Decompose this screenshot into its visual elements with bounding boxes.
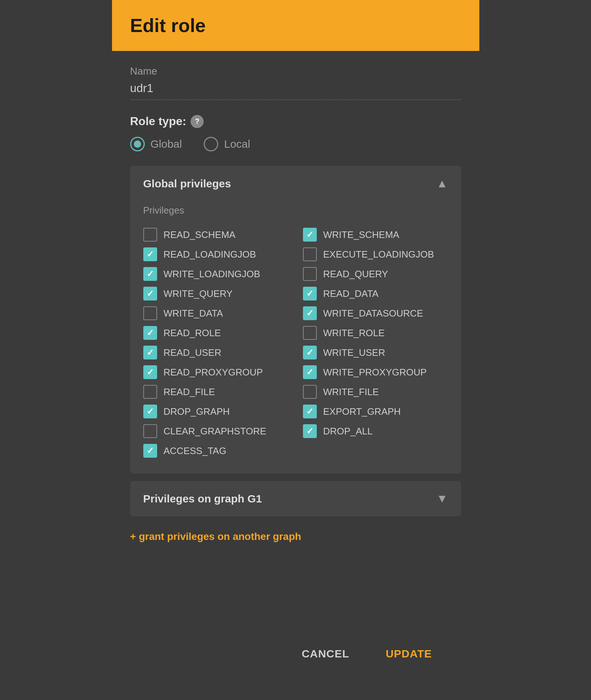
cb-write-role[interactable] bbox=[303, 326, 317, 340]
help-icon[interactable]: ? bbox=[191, 115, 204, 128]
cb-read-user[interactable] bbox=[143, 346, 157, 359]
cb-write-schema[interactable] bbox=[303, 228, 317, 242]
priv-read-proxygroup: READ_PROXYGROUP bbox=[143, 362, 288, 382]
radio-local[interactable]: Local bbox=[204, 137, 250, 151]
priv-read-file: READ_FILE bbox=[143, 382, 288, 402]
priv-write-file: WRITE_FILE bbox=[303, 382, 448, 402]
cb-write-proxygroup[interactable] bbox=[303, 365, 317, 379]
priv-export-graph: EXPORT_GRAPH bbox=[303, 402, 448, 421]
priv-label-write-query: WRITE_QUERY bbox=[164, 288, 233, 299]
update-button[interactable]: UPDATE bbox=[375, 640, 443, 667]
graph-privileges-title: Privileges on graph G1 bbox=[143, 493, 262, 505]
cb-read-file[interactable] bbox=[143, 385, 157, 399]
cb-read-schema[interactable] bbox=[143, 228, 157, 242]
priv-read-schema: READ_SCHEMA bbox=[143, 225, 288, 244]
priv-write-data: WRITE_DATA bbox=[143, 303, 288, 323]
cb-export-graph[interactable] bbox=[303, 405, 317, 418]
priv-label-write-role: WRITE_ROLE bbox=[323, 327, 385, 339]
cb-write-data[interactable] bbox=[143, 306, 157, 320]
priv-clear-graphstore: CLEAR_GRAPHSTORE bbox=[143, 421, 288, 441]
radio-global[interactable]: Global bbox=[130, 137, 182, 151]
cb-clear-graphstore[interactable] bbox=[143, 424, 157, 438]
priv-write-query: WRITE_QUERY bbox=[143, 284, 288, 303]
priv-write-loadingjob: WRITE_LOADINGJOB bbox=[143, 264, 288, 284]
priv-write-user: WRITE_USER bbox=[303, 343, 448, 362]
priv-label-write-user: WRITE_USER bbox=[323, 347, 385, 358]
graph-privileges-header[interactable]: Privileges on graph G1 ▼ bbox=[130, 481, 461, 516]
cb-read-role[interactable] bbox=[143, 326, 157, 340]
priv-label-clear-graphstore: CLEAR_GRAPHSTORE bbox=[164, 426, 267, 437]
priv-label-read-proxygroup: READ_PROXYGROUP bbox=[164, 367, 263, 378]
radio-local-label: Local bbox=[224, 138, 250, 150]
cancel-button[interactable]: CANCEL bbox=[291, 640, 360, 667]
priv-write-role: WRITE_ROLE bbox=[303, 323, 448, 343]
radio-local-circle bbox=[204, 137, 218, 151]
priv-label-drop-graph: DROP_GRAPH bbox=[164, 406, 230, 417]
graph-privileges-panel: Privileges on graph G1 ▼ bbox=[130, 481, 461, 516]
cb-write-loadingjob[interactable] bbox=[143, 267, 157, 281]
role-type-label: Role type: ? bbox=[130, 115, 461, 128]
priv-read-role: READ_ROLE bbox=[143, 323, 288, 343]
cb-read-proxygroup[interactable] bbox=[143, 365, 157, 379]
priv-execute-loadingjob: EXECUTE_LOADINGJOB bbox=[303, 244, 448, 264]
cb-execute-loadingjob[interactable] bbox=[303, 247, 317, 261]
privileges-grid: READ_SCHEMA READ_LOADINGJOB WRITE_LOADIN… bbox=[143, 225, 448, 461]
radio-group: Global Local bbox=[130, 137, 461, 151]
cb-drop-all[interactable] bbox=[303, 424, 317, 438]
priv-label-read-file: READ_FILE bbox=[164, 386, 215, 398]
cb-write-datasource[interactable] bbox=[303, 306, 317, 320]
cb-access-tag[interactable] bbox=[143, 444, 157, 458]
priv-write-schema: WRITE_SCHEMA bbox=[303, 225, 448, 244]
name-value: udr1 bbox=[130, 81, 461, 100]
radio-global-circle bbox=[130, 137, 145, 151]
priv-label-read-loadingjob: READ_LOADINGJOB bbox=[164, 249, 256, 260]
dialog-header: Edit role bbox=[112, 0, 479, 51]
role-type-section: Role type: ? Global Local bbox=[130, 115, 461, 151]
priv-label-export-graph: EXPORT_GRAPH bbox=[323, 406, 401, 417]
priv-label-read-schema: READ_SCHEMA bbox=[164, 229, 236, 240]
cb-write-user[interactable] bbox=[303, 346, 317, 359]
priv-label-read-user: READ_USER bbox=[164, 347, 221, 358]
privileges-right-col: WRITE_SCHEMA EXECUTE_LOADINGJOB READ_QUE… bbox=[303, 225, 448, 461]
priv-label-access-tag: ACCESS_TAG bbox=[164, 445, 227, 457]
priv-label-drop-all: DROP_ALL bbox=[323, 426, 373, 437]
privileges-subtitle: Privileges bbox=[143, 205, 448, 216]
priv-write-datasource: WRITE_DATASOURCE bbox=[303, 303, 448, 323]
priv-label-write-data: WRITE_DATA bbox=[164, 308, 223, 319]
dialog-body: Name udr1 Role type: ? Global Local bbox=[112, 51, 479, 700]
priv-read-data: READ_DATA bbox=[303, 284, 448, 303]
priv-read-query: READ_QUERY bbox=[303, 264, 448, 284]
grant-privileges-link[interactable]: + grant privileges on another graph bbox=[130, 531, 461, 542]
priv-label-read-data: READ_DATA bbox=[323, 288, 379, 299]
priv-label-write-datasource: WRITE_DATASOURCE bbox=[323, 308, 423, 319]
global-privileges-title: Global privileges bbox=[143, 178, 231, 190]
edit-role-dialog: Edit role Name udr1 Role type: ? Global … bbox=[112, 0, 479, 700]
name-label: Name bbox=[130, 65, 461, 77]
cb-read-loadingjob[interactable] bbox=[143, 247, 157, 261]
priv-label-execute-loadingjob: EXECUTE_LOADINGJOB bbox=[323, 249, 434, 260]
global-chevron-icon: ▲ bbox=[436, 177, 448, 190]
priv-access-tag: ACCESS_TAG bbox=[143, 441, 288, 461]
radio-global-label: Global bbox=[151, 138, 182, 150]
cb-read-data[interactable] bbox=[303, 287, 317, 301]
priv-label-write-proxygroup: WRITE_PROXYGROUP bbox=[323, 367, 427, 378]
privileges-left-col: READ_SCHEMA READ_LOADINGJOB WRITE_LOADIN… bbox=[143, 225, 288, 461]
global-privileges-panel: Global privileges ▲ Privileges READ_SCHE… bbox=[130, 166, 461, 474]
role-type-text: Role type: bbox=[130, 115, 187, 128]
cb-write-query[interactable] bbox=[143, 287, 157, 301]
priv-label-read-role: READ_ROLE bbox=[164, 327, 221, 339]
dialog-title: Edit role bbox=[130, 15, 461, 36]
priv-label-write-schema: WRITE_SCHEMA bbox=[323, 229, 399, 240]
priv-label-read-query: READ_QUERY bbox=[323, 269, 388, 280]
cb-drop-graph[interactable] bbox=[143, 405, 157, 418]
cb-write-file[interactable] bbox=[303, 385, 317, 399]
priv-read-user: READ_USER bbox=[143, 343, 288, 362]
priv-drop-graph: DROP_GRAPH bbox=[143, 402, 288, 421]
priv-read-loadingjob: READ_LOADINGJOB bbox=[143, 244, 288, 264]
dialog-footer: CANCEL UPDATE bbox=[130, 629, 461, 685]
global-privileges-header[interactable]: Global privileges ▲ bbox=[130, 166, 461, 201]
priv-write-proxygroup: WRITE_PROXYGROUP bbox=[303, 362, 448, 382]
priv-label-write-loadingjob: WRITE_LOADINGJOB bbox=[164, 269, 260, 280]
graph-chevron-icon: ▼ bbox=[436, 492, 448, 505]
cb-read-query[interactable] bbox=[303, 267, 317, 281]
